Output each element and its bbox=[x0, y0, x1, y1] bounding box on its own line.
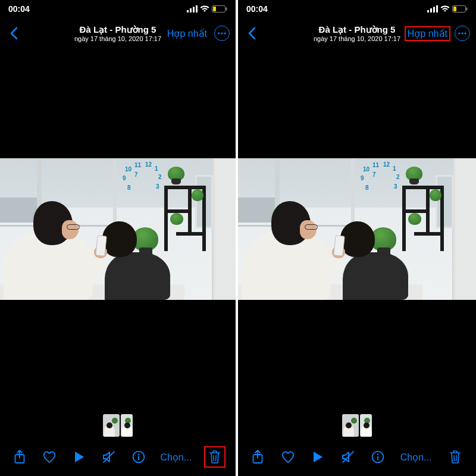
more-button[interactable] bbox=[455, 26, 470, 41]
svg-rect-23 bbox=[466, 8, 468, 11]
bottom-toolbar: Chọn... bbox=[238, 441, 476, 476]
status-bar: 00:04 bbox=[0, 0, 236, 18]
heart-icon bbox=[281, 450, 295, 464]
svg-point-24 bbox=[458, 32, 460, 34]
nav-subtitle: ngày 17 tháng 10, 2020 17:17 bbox=[314, 35, 400, 42]
battery-low-icon bbox=[452, 5, 468, 12]
photo-content: 8 9 10 11 12 1 2 3 7 bbox=[0, 158, 236, 300]
thumbnail-1[interactable] bbox=[342, 414, 359, 437]
status-indicators bbox=[427, 5, 468, 12]
svg-rect-5 bbox=[213, 7, 216, 11]
battery-low-icon bbox=[212, 5, 227, 12]
favorite-button[interactable] bbox=[279, 448, 297, 466]
thumbnail-2[interactable] bbox=[121, 414, 133, 437]
svg-point-26 bbox=[464, 32, 466, 34]
photo-viewer[interactable]: 8 9 10 11 12 1 2 3 7 bbox=[0, 49, 236, 409]
svg-rect-0 bbox=[187, 10, 189, 12]
speaker-slash-icon bbox=[102, 450, 116, 464]
nav-bar: Đà Lạt - Phường 5 ngày 17 tháng 10, 2020… bbox=[0, 18, 236, 49]
svg-rect-14 bbox=[138, 456, 139, 461]
play-button[interactable] bbox=[309, 448, 327, 466]
svg-rect-22 bbox=[453, 7, 456, 11]
trash-button[interactable] bbox=[445, 447, 465, 467]
svg-point-30 bbox=[377, 453, 379, 455]
select-button[interactable]: Chọn... bbox=[399, 452, 433, 463]
ellipsis-icon bbox=[218, 32, 226, 35]
bottom-toolbar: Chọn... bbox=[0, 441, 236, 476]
more-button[interactable] bbox=[214, 26, 230, 41]
merge-button[interactable]: Hợp nhất bbox=[405, 27, 450, 40]
nav-title: Đà Lạt - Phường 5 bbox=[314, 24, 400, 35]
svg-point-25 bbox=[461, 32, 463, 34]
info-icon bbox=[132, 450, 145, 464]
share-icon bbox=[14, 450, 26, 464]
play-icon bbox=[74, 451, 84, 463]
letterbox-top bbox=[0, 49, 236, 158]
svg-rect-6 bbox=[226, 8, 227, 11]
speaker-slash-icon bbox=[341, 450, 355, 464]
select-button[interactable]: Chọn... bbox=[159, 452, 193, 463]
nav-title-group: Đà Lạt - Phường 5 ngày 17 tháng 10, 2020… bbox=[314, 24, 400, 42]
mute-button[interactable] bbox=[100, 448, 118, 466]
back-button[interactable] bbox=[244, 27, 259, 40]
thumbnail-1[interactable] bbox=[103, 414, 120, 437]
svg-rect-1 bbox=[190, 8, 192, 12]
thumbnail-scrubber[interactable] bbox=[0, 409, 236, 441]
svg-rect-3 bbox=[196, 5, 198, 12]
info-button[interactable] bbox=[130, 448, 148, 466]
nav-bar: Đà Lạt - Phường 5 ngày 17 tháng 10, 2020… bbox=[238, 18, 476, 49]
svg-point-7 bbox=[218, 32, 220, 34]
svg-rect-2 bbox=[193, 7, 195, 13]
svg-rect-20 bbox=[436, 5, 438, 12]
photo-content: 8 9 10 11 12 1 2 3 7 bbox=[238, 158, 476, 300]
letterbox-top bbox=[238, 49, 476, 158]
thumbnail-scrubber[interactable] bbox=[238, 409, 476, 441]
favorite-button[interactable] bbox=[40, 448, 58, 466]
status-time: 00:04 bbox=[8, 4, 30, 14]
svg-point-8 bbox=[221, 32, 223, 34]
chevron-left-icon bbox=[248, 27, 256, 40]
info-button[interactable] bbox=[369, 448, 387, 466]
trash-icon bbox=[209, 450, 221, 464]
share-button[interactable] bbox=[11, 448, 29, 466]
play-icon bbox=[312, 451, 323, 463]
status-time: 00:04 bbox=[246, 4, 268, 14]
signal-icon bbox=[427, 5, 438, 12]
photo-viewer[interactable]: 8 9 10 11 12 1 2 3 7 bbox=[238, 49, 476, 409]
svg-rect-19 bbox=[433, 7, 435, 13]
info-icon bbox=[371, 450, 384, 464]
back-button[interactable] bbox=[6, 27, 21, 40]
letterbox-bottom bbox=[238, 300, 476, 409]
svg-rect-31 bbox=[377, 456, 378, 461]
status-indicators bbox=[187, 5, 227, 12]
nav-title: Đà Lạt - Phường 5 bbox=[74, 24, 161, 35]
svg-rect-17 bbox=[427, 10, 429, 12]
svg-rect-18 bbox=[430, 8, 432, 12]
status-bar: 00:04 bbox=[238, 0, 476, 18]
share-icon bbox=[252, 450, 264, 464]
chevron-left-icon bbox=[10, 27, 18, 40]
trash-icon bbox=[449, 450, 461, 464]
nav-subtitle: ngày 17 tháng 10, 2020 17:17 bbox=[74, 35, 161, 42]
signal-icon bbox=[187, 5, 198, 12]
phone-screen-right: 00:04 Đà Lạt - Phường 5 ngày 17 tháng 10… bbox=[238, 0, 476, 476]
wifi-icon bbox=[440, 5, 450, 12]
letterbox-bottom bbox=[0, 300, 236, 409]
thumbnail-2[interactable] bbox=[360, 414, 372, 437]
heart-icon bbox=[42, 450, 57, 464]
svg-point-9 bbox=[224, 32, 226, 34]
play-button[interactable] bbox=[70, 448, 88, 466]
ellipsis-icon bbox=[458, 32, 466, 35]
svg-point-13 bbox=[137, 453, 139, 455]
wifi-icon bbox=[200, 5, 209, 12]
trash-button[interactable] bbox=[205, 447, 225, 467]
phone-screen-left: 00:04 Đà Lạt - Phường 5 ngày 17 tháng 10… bbox=[0, 0, 238, 476]
share-button[interactable] bbox=[249, 448, 267, 466]
merge-button[interactable]: Hợp nhất bbox=[165, 27, 209, 40]
nav-title-group: Đà Lạt - Phường 5 ngày 17 tháng 10, 2020… bbox=[74, 24, 161, 42]
mute-button[interactable] bbox=[339, 448, 357, 466]
